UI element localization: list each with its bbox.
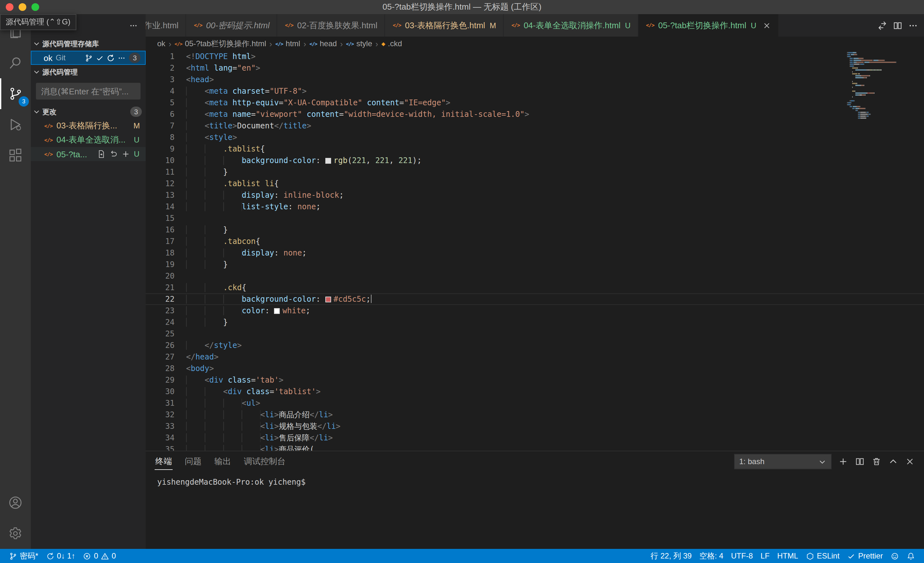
line-number[interactable]: 12 xyxy=(146,178,174,189)
code-line[interactable]: 31 <ul> xyxy=(146,397,924,409)
line-number[interactable]: 27 xyxy=(146,351,174,363)
line-number[interactable]: 13 xyxy=(146,189,174,201)
go-file-icon[interactable] xyxy=(97,150,106,159)
repository-item[interactable]: ok Git 3 xyxy=(31,51,146,65)
panel-tab[interactable]: 问题 xyxy=(184,453,202,470)
more-actions-icon[interactable] xyxy=(129,21,138,30)
language-mode[interactable]: HTML xyxy=(774,549,802,563)
eslint-status[interactable]: ESLint xyxy=(802,549,843,563)
commit-message-input[interactable] xyxy=(36,83,141,99)
close-icon[interactable] xyxy=(762,21,771,30)
notifications[interactable] xyxy=(903,549,919,563)
line-number[interactable]: 16 xyxy=(146,224,174,236)
code-line[interactable]: 34 <li>售后保障</li> xyxy=(146,432,924,444)
sync-status[interactable]: 0↓ 1↑ xyxy=(42,549,79,563)
breadcrumb-item[interactable]: 05-?tab栏切换操作.html xyxy=(174,38,266,49)
indent-setting[interactable]: 空格: 4 xyxy=(696,549,728,563)
line-number[interactable]: 34 xyxy=(146,432,174,444)
editor-tab[interactable]: 作业.html xyxy=(146,14,186,37)
editor-tab[interactable]: 00-密码提示.html xyxy=(186,14,277,37)
change-item[interactable]: 04-表单全选取消...U xyxy=(31,133,146,147)
code-line[interactable]: 18 display: none; xyxy=(146,247,924,259)
code-line[interactable]: 8 <style> xyxy=(146,132,924,143)
section-changes[interactable]: 更改 3 xyxy=(31,105,146,119)
line-number[interactable]: 7 xyxy=(146,120,174,132)
code-line[interactable]: 17 .tabcon{ xyxy=(146,236,924,247)
editor-tab[interactable]: 05-?tab栏切换操作.htmlU xyxy=(638,14,778,37)
window-controls[interactable] xyxy=(6,0,39,14)
line-number[interactable]: 21 xyxy=(146,282,174,293)
code-line[interactable]: 23 color: white; xyxy=(146,305,924,317)
code-line[interactable]: 14 list-style: none; xyxy=(146,201,924,213)
close-panel-icon[interactable] xyxy=(905,456,915,467)
line-number[interactable]: 11 xyxy=(146,166,174,178)
line-number[interactable]: 4 xyxy=(146,86,174,97)
line-number[interactable]: 28 xyxy=(146,363,174,374)
minimize-window-button[interactable] xyxy=(19,3,26,11)
refresh-icon[interactable] xyxy=(106,54,115,62)
line-number[interactable]: 1 xyxy=(146,51,174,62)
code-line[interactable]: 9 .tablist{ xyxy=(146,143,924,155)
code-line[interactable]: 24 } xyxy=(146,317,924,328)
line-number[interactable]: 10 xyxy=(146,155,174,166)
line-number[interactable]: 33 xyxy=(146,420,174,432)
breadcrumb-item[interactable]: .ckd xyxy=(381,39,402,48)
activity-extensions-button[interactable] xyxy=(0,140,31,171)
encoding[interactable]: UTF-8 xyxy=(728,549,757,563)
zoom-window-button[interactable] xyxy=(32,3,39,11)
stage-icon[interactable] xyxy=(121,150,130,159)
code-line[interactable]: 19 } xyxy=(146,259,924,270)
code-line[interactable]: 29 <div class='tab'> xyxy=(146,374,924,386)
code-editor[interactable]: 1<!DOCTYPE html>2<html lang="en">3<head>… xyxy=(146,51,924,450)
code-line[interactable]: 28<body> xyxy=(146,363,924,374)
line-number[interactable]: 6 xyxy=(146,108,174,120)
code-line[interactable]: 5 <meta http-equiv="X-UA-Compatible" con… xyxy=(146,97,924,108)
title-bar[interactable]: 05-?tab栏切换操作.html — 无标题 (工作区) xyxy=(0,0,924,14)
code-line[interactable]: 22 background-color: #cd5c5c; xyxy=(146,293,924,305)
line-number[interactable]: 23 xyxy=(146,305,174,317)
code-line[interactable]: 15 xyxy=(146,213,924,224)
code-line[interactable]: 10 background-color: rgb(221, 221, 221); xyxy=(146,155,924,166)
line-number[interactable]: 31 xyxy=(146,397,174,409)
activity-source-control-button[interactable]: 3 xyxy=(0,78,31,109)
line-number[interactable]: 22 xyxy=(146,294,174,304)
feedback[interactable] xyxy=(887,549,903,563)
code-line[interactable]: 27</head> xyxy=(146,351,924,363)
line-number[interactable]: 19 xyxy=(146,259,174,270)
editor-tab[interactable]: 02-百度换肤效果.html xyxy=(277,14,385,37)
code-line[interactable]: 35 <li>商品评价( xyxy=(146,444,924,450)
code-line[interactable]: 33 <li>规格与包装</li> xyxy=(146,420,924,432)
section-repositories[interactable]: 源代码管理存储库 xyxy=(31,37,146,51)
more-actions-icon[interactable] xyxy=(908,20,918,30)
line-number[interactable]: 32 xyxy=(146,409,174,420)
line-number[interactable]: 30 xyxy=(146,386,174,397)
close-window-button[interactable] xyxy=(6,3,14,11)
breadcrumb-item[interactable]: head xyxy=(309,39,337,48)
editor-tab[interactable]: 04-表单全选取消操作.htmlU xyxy=(504,14,638,37)
code-line[interactable]: 26 </style> xyxy=(146,339,924,351)
code-line[interactable]: 20 xyxy=(146,270,924,282)
settings-button[interactable] xyxy=(0,518,31,549)
code-line[interactable]: 4 <meta charset="UTF-8"> xyxy=(146,86,924,97)
code-line[interactable]: 1<!DOCTYPE html> xyxy=(146,51,924,62)
code-line[interactable]: 7 <title>Document</title> xyxy=(146,120,924,132)
line-number[interactable]: 15 xyxy=(146,213,174,224)
change-item[interactable]: 05-?ta...U xyxy=(31,147,146,161)
maximize-panel-icon[interactable] xyxy=(888,456,898,467)
problems-status[interactable]: 00 xyxy=(79,549,120,563)
code-line[interactable]: 6 <meta name="viewport" content="width=d… xyxy=(146,108,924,120)
activity-search-button[interactable] xyxy=(0,48,31,78)
line-number[interactable]: 26 xyxy=(146,339,174,351)
code-line[interactable]: 25 xyxy=(146,328,924,339)
line-number[interactable]: 2 xyxy=(146,62,174,74)
line-number[interactable]: 25 xyxy=(146,328,174,339)
code-line[interactable]: 32 <li>商品介绍</li> xyxy=(146,409,924,420)
activity-run-debug-button[interactable] xyxy=(0,109,31,140)
line-number[interactable]: 8 xyxy=(146,132,174,143)
code-line[interactable]: 30 <div class='tablist'> xyxy=(146,386,924,397)
change-item[interactable]: 03-表格隔行换...M xyxy=(31,119,146,133)
line-number[interactable]: 20 xyxy=(146,270,174,282)
line-number[interactable]: 5 xyxy=(146,97,174,108)
breadcrumb-item[interactable]: html xyxy=(275,39,300,48)
panel-tab[interactable]: 调试控制台 xyxy=(243,453,286,470)
